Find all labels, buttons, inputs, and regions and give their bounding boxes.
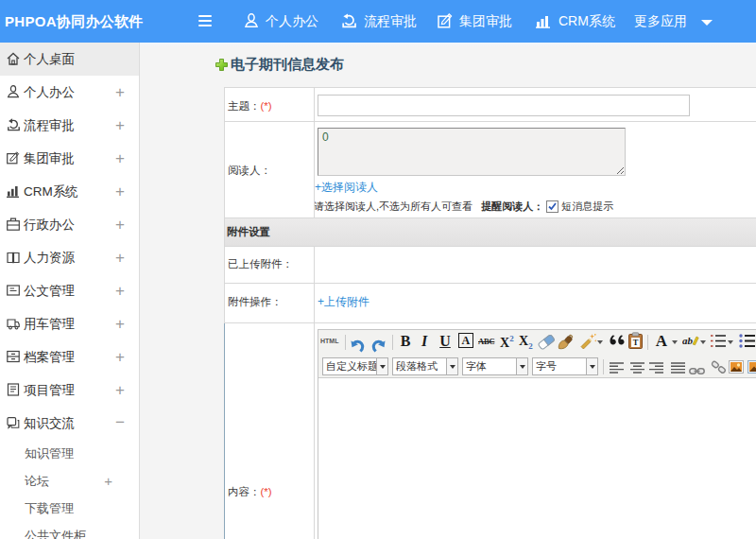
svg-text:ab: ab <box>682 335 694 346</box>
svg-text:T: T <box>633 338 639 347</box>
